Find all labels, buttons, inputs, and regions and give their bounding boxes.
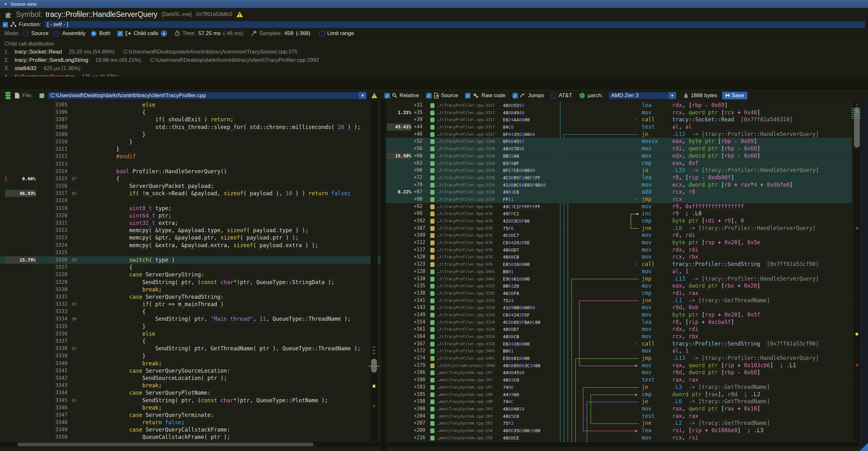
child-call-row[interactable]: 3.stat64i32625 μs (1.36%) [0,64,868,72]
source-hscrollbar-thumb[interactable] [18,443,313,446]
source-row[interactable]: 3314bool Profiler::HandleServerQuery() [0,168,381,175]
file-select-arrow-icon[interactable]: ▼ [359,92,366,99]
asm-row[interactable]: +193…mon\TracySystem.cpp:197740Eje.L3 ->… [386,384,868,391]
function-checkbox[interactable]: ✓ [3,22,8,27]
asm-row[interactable]: +107…t\TracyProfiler.hpp:67675F6jne.L0 -… [386,225,868,232]
source-checkbox[interactable]: ✓ [426,93,432,98]
asm-row[interactable]: +128…t\TracyProfiler.cpp:3401B001moval, … [386,268,868,275]
source-row[interactable]: 3341 case ServerQuerySourceLocation: [0,367,381,374]
jumps-checkbox[interactable]: ✓ [513,93,518,98]
asm-vscrollbar[interactable] [854,101,860,442]
asm-row[interactable]: 0.22%+87…t\TracyProfiler.cpp:33264903C8a… [386,188,868,196]
asm-row[interactable]: +138…t\TracyProfiler.cpp:3332483BF8cmprd… [386,290,868,297]
source-row[interactable]: 3311} [0,146,381,153]
source-row[interactable]: 3306 { [0,109,381,116]
uarch-select-arrow-icon[interactable]: ▼ [669,92,676,99]
source-row[interactable]: 3329 SendString( ptr, (const char*)ptr, … [0,279,381,286]
asm-row[interactable]: +161…t\TracyProfiler.cpp:3334488BD7movrd… [386,326,868,333]
source-row[interactable]: 3334@6 SendString( ptr, "Main thread", 1… [0,315,381,323]
file-select[interactable]: C:\Users\wolf\Desktop\darkrl\contrib\tra… [48,92,367,99]
asm-row[interactable]: +179…1103\include\atomic:1048488B05B63C1… [386,362,868,369]
source-row[interactable]: 3310 } [0,138,381,146]
source-row[interactable]: 3339 } [0,352,381,360]
source-row[interactable]: 0.66%3315@7{ [0,175,381,182]
source-row[interactable]: 3327 { [0,264,381,271]
child-call-row[interactable]: 1.tracy::Socket::Read25.25 ms (54.89%)C:… [0,48,868,56]
asm-row[interactable]: +52…t\TracyProfiler.cpp:33260FB64597movz… [386,138,868,145]
resize-grip[interactable] [860,443,868,451]
source-row[interactable]: 3328 case ServerQueryString: [0,271,381,278]
asm-row[interactable]: +130…t\TracyProfiler.cpp:3401E9E4010000j… [386,275,868,283]
source-row[interactable]: 3345@1 SendString( ptr, (const char*)ptr… [0,397,381,404]
asm-row[interactable]: +46…t\TracyProfiler.cpp:33170F8435020000… [386,131,868,138]
source-row[interactable]: 3333 { [0,308,381,315]
radio-source[interactable] [23,31,29,37]
uarch-select[interactable]: AMD Zen 3 ▼ [608,92,676,99]
asm-row[interactable]: +135…t\TracyProfiler.cpp:33328B4320movea… [386,282,868,290]
child-calls-checkbox[interactable]: ✓ [118,31,123,36]
source-row[interactable]: 3307 if( shouldExit ) return; [0,116,381,123]
asm-row[interactable]: +216…mon\TracySystem.cpp:258488BCEmovrcx… [386,434,868,442]
source-row[interactable]: 3316 ServerQueryPacket payload; [0,182,381,190]
asm-row[interactable]: +56…t\TracyProfiler.cpp:3326488B7D98movr… [386,145,868,153]
asm-row[interactable]: +31…t\TracyProfiler.cpp:3317488D5597lear… [386,102,868,109]
child-call-row[interactable]: 2.tracy::Profiler::SendLongString19.88 m… [0,56,868,64]
source-row[interactable]: 3322 memcpy( &type, &payload.type, sizeo… [0,227,381,234]
asm-row[interactable]: 1.31%+35…t\TracyProfiler.cpp:3317488B494… [386,109,868,117]
asm-row[interactable]: +200…mon\TracySystem.cpp:203488B4010movr… [386,405,868,413]
source-row[interactable]: 3308 std::this_thread::sleep_for( std::c… [0,124,381,131]
asm-row[interactable]: +195…mon\TracySystem.cpp:199443900cmpdwo… [386,391,868,398]
asm-row[interactable]: +141…t\TracyProfiler.cpp:33327524jne.L1 … [386,297,868,304]
asm-row[interactable]: +92…t\TracyProfiler.hpp:67649C7C1FFFFFFF… [386,203,868,211]
asm-row[interactable]: 15.50%+60…t\TracyProfiler.cpp:33268B55A0… [386,153,868,160]
asm-row[interactable]: +102…t\TracyProfiler.hpp:67642803C0F00cm… [386,217,868,225]
asm-row[interactable]: +72…t\TracyProfiler.cpp:33264C8D05F146F2… [386,174,868,182]
source-row[interactable]: 3331 case ServerQueryThreadString: [0,293,381,301]
asm-row[interactable]: +112…t\TracyProfiler.hpp:676C64424205Emo… [386,239,868,246]
asm-row[interactable]: +164…t\TracyProfiler.cpp:3334488BCBmovrc… [386,333,868,340]
limit-range-checkbox[interactable] [319,31,325,36]
source-row[interactable]: 3309 } [0,131,381,138]
asm-row[interactable]: +174…t\TracyProfiler.cpp:3401E9B8010000j… [386,355,868,362]
source-row[interactable]: 3350 QueueCallstackFrame( ptr ); [0,433,381,441]
save-button[interactable]: Save [722,92,747,99]
source-row[interactable]: 3347 case ServerQueryTerminate: [0,412,381,419]
asm-row[interactable]: +207…mon\TracySystem.cpp:20375F2jne.L2 -… [386,420,868,427]
source-row[interactable]: 3323 memcpy( &ptr, &payload.ptr, sizeof(… [0,234,381,241]
asm-row[interactable]: +120…t\TracyProfiler.hpp:676488BCBmovrcx… [386,253,868,261]
source-row[interactable]: 3318 [0,197,381,205]
collapse-triangle-icon[interactable]: ▼ [4,2,7,6]
source-row[interactable]: 3332@3 if( ptr == m_mainThread ) [0,301,381,308]
source-row[interactable]: 3313 [0,160,381,168]
asm-row[interactable]: +154…t\TracyProfiler.cpp:33344C8D055FBA0… [386,319,868,326]
asm-row[interactable]: +186…mon\TracySystem.cpp:197448B4598movr… [386,369,868,377]
asm-row[interactable]: +190…mon\TracySystem.cpp:1974885C0testra… [386,377,868,384]
source-row[interactable]: 3340 break; [0,360,381,367]
asm-row[interactable]: +90…t\TracyProfiler.cpp:3326FFE1‹jmprcx [386,196,868,203]
source-row[interactable]: 3335 } [0,323,381,330]
asm-row[interactable]: +109…t\TracyProfiler.hpp:6764C8BC7movr8,… [386,232,868,239]
asm-row[interactable]: +63…t\TracyProfiler.cpp:332683F80Fcmpeax… [386,160,868,167]
source-row[interactable]: 46.93%3317@5 if( !m_sock->Read( &payload… [0,190,381,197]
asm-row[interactable]: +123…t\TracyProfiler.hpp:676E850160000‹c… [386,261,868,268]
asm-row[interactable]: +167…t\TracyProfiler.cpp:3334E824160000‹… [386,340,868,348]
att-checkbox[interactable] [551,93,556,98]
source-row[interactable]: 15.79%3326@9 switch( type ) [0,257,381,264]
relative-checkbox[interactable]: ✓ [384,93,390,98]
asm-row[interactable]: +209…mon\TracySystem.cpp:258488D35E88610… [386,427,868,434]
asm-vscrollbar-thumb[interactable] [854,107,860,148]
source-row[interactable]: 3305 else [0,101,381,109]
asm-row[interactable]: +149…t\TracyProfiler.cpp:3334C64424205Fm… [386,311,868,319]
child-call-row[interactable]: 4.KeSynchronizeExecution125 μs (0.27%) [0,72,868,77]
asm-row[interactable]: +172…t\TracyProfiler.cpp:3401B001moval, … [386,348,868,355]
asm-row[interactable]: +117…t\TracyProfiler.hpp:676488BD7movrdx… [386,246,868,254]
source-row[interactable]: 3342 SendSourceLocation( ptr ); [0,374,381,382]
source-row[interactable]: 3336 else [0,330,381,338]
asm-row[interactable]: +143…t\TracyProfiler.cpp:333441B90B00000… [386,304,868,311]
expand-up-button[interactable]: ▲ [161,30,167,37]
source-row[interactable]: 3349 case ServerQueryCallstackFrame: [0,426,381,433]
radio-assembly[interactable] [54,31,60,37]
source-hscrollbar[interactable] [0,442,381,447]
source-row[interactable]: 3312#endif [0,153,381,160]
source-row[interactable]: 3330 break; [0,286,381,293]
